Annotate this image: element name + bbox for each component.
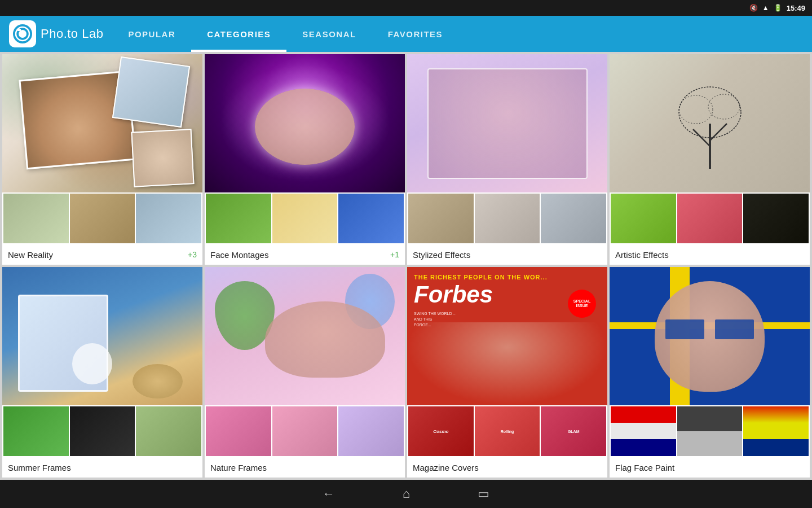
card-nature-title: Nature Frames (210, 463, 267, 472)
card-stylized-effects-footer: Stylized Effects (407, 244, 607, 265)
tab-categories[interactable]: CATEGORIES (191, 16, 286, 52)
app-logo (9, 20, 36, 47)
recent-button[interactable]: ▭ (478, 487, 489, 501)
back-button[interactable]: ← (323, 487, 335, 501)
card-nature-footer: Nature Frames (205, 457, 405, 478)
muted-icon: 🔇 (749, 4, 758, 12)
thumb-item (541, 194, 606, 243)
card-face-montages[interactable]: Face Montages +1 (205, 54, 405, 265)
thumb-item (206, 406, 271, 456)
thumb-item (611, 406, 676, 456)
card-face-montages-title: Face Montages (210, 250, 268, 260)
svg-line-5 (693, 129, 710, 146)
svg-line-6 (710, 124, 727, 141)
card-magazine-thumbs: Cosmo Rolling GLAM (407, 405, 607, 457)
thumb-item (475, 194, 540, 243)
thumb-item (272, 194, 338, 243)
card-nature-thumbs (205, 405, 405, 457)
card-stylized-effects-title: Stylized Effects (413, 250, 470, 260)
thumb-item: Rolling (475, 406, 540, 456)
home-button[interactable]: ⌂ (403, 487, 410, 501)
thumb-item (206, 194, 271, 243)
thumb-item (70, 194, 135, 243)
card-artistic-effects-footer: Artistic Effects (610, 244, 810, 265)
svg-rect-3 (17, 29, 21, 31)
card-flags-thumbs (610, 405, 810, 457)
thumb-item (743, 406, 809, 456)
card-magazine-footer: Magazine Covers (407, 457, 607, 478)
card-magazine[interactable]: THE RICHEST PEOPLE ON THE WOR... Forbes … (407, 267, 607, 478)
bottom-navigation: ← ⌂ ▭ (0, 480, 812, 508)
top-navigation: Pho.to Lab POPULAR CATEGORIES SEASONAL F… (0, 16, 812, 52)
card-face-montages-thumbs (205, 192, 405, 244)
wifi-icon: ▲ (762, 4, 769, 12)
thumb-item: GLAM (541, 406, 606, 456)
card-stylized-effects-thumbs (407, 192, 607, 244)
card-face-montages-badge: +1 (390, 250, 399, 259)
card-stylized-effects[interactable]: Stylized Effects (407, 54, 607, 265)
card-artistic-effects-title: Artistic Effects (615, 250, 669, 260)
card-magazine-title: Magazine Covers (413, 463, 479, 472)
thumb-item (677, 194, 743, 243)
card-flags-footer: Flag Face Paint (610, 457, 810, 478)
card-new-reality-footer: New Reality +3 (2, 244, 202, 265)
card-artistic-effects-thumbs (610, 192, 810, 244)
thumb-item (136, 406, 201, 456)
thumb-item: Cosmo (408, 406, 474, 456)
camera-icon (12, 23, 33, 45)
logo-area: Pho.to Lab (0, 20, 112, 47)
card-summer-thumbs (2, 405, 202, 457)
card-new-reality-badge: +3 (188, 250, 197, 259)
card-summer[interactable]: Summer Frames (2, 267, 202, 478)
thumb-item (3, 194, 69, 243)
tab-popular[interactable]: POPULAR (112, 16, 191, 52)
tab-seasonal[interactable]: SEASONAL (286, 16, 372, 52)
card-new-reality[interactable]: New Reality +3 (2, 54, 202, 265)
card-flags[interactable]: Flag Face Paint (610, 267, 810, 478)
status-time: 15:49 (787, 4, 805, 12)
thumb-item (743, 194, 809, 243)
status-bar: 🔇 ▲ 🔋 15:49 (0, 0, 812, 16)
card-flags-title: Flag Face Paint (615, 463, 674, 472)
card-face-montages-footer: Face Montages +1 (205, 244, 405, 265)
card-summer-title: Summer Frames (8, 463, 71, 472)
categories-grid: New Reality +3 Face Montages +1 (0, 52, 812, 480)
tab-favorites[interactable]: FAVORITES (372, 16, 458, 52)
thumb-item (338, 194, 404, 243)
thumb-item (338, 406, 404, 456)
thumb-item (136, 194, 201, 243)
thumb-item (272, 406, 338, 456)
thumb-item (611, 194, 676, 243)
card-nature[interactable]: Nature Frames (205, 267, 405, 478)
card-artistic-effects[interactable]: Artistic Effects (610, 54, 810, 265)
card-new-reality-title: New Reality (8, 250, 53, 260)
svg-point-8 (679, 95, 713, 124)
thumb-item (3, 406, 69, 456)
nav-tabs: POPULAR CATEGORIES SEASONAL FAVORITES (112, 16, 458, 52)
card-new-reality-thumbs (2, 192, 202, 244)
thumb-item (408, 194, 474, 243)
thumb-item (677, 406, 743, 456)
card-summer-footer: Summer Frames (2, 457, 202, 478)
thumb-item (70, 406, 135, 456)
svg-point-2 (19, 30, 27, 38)
app-name: Pho.to Lab (41, 27, 103, 41)
battery-icon: 🔋 (774, 4, 782, 12)
